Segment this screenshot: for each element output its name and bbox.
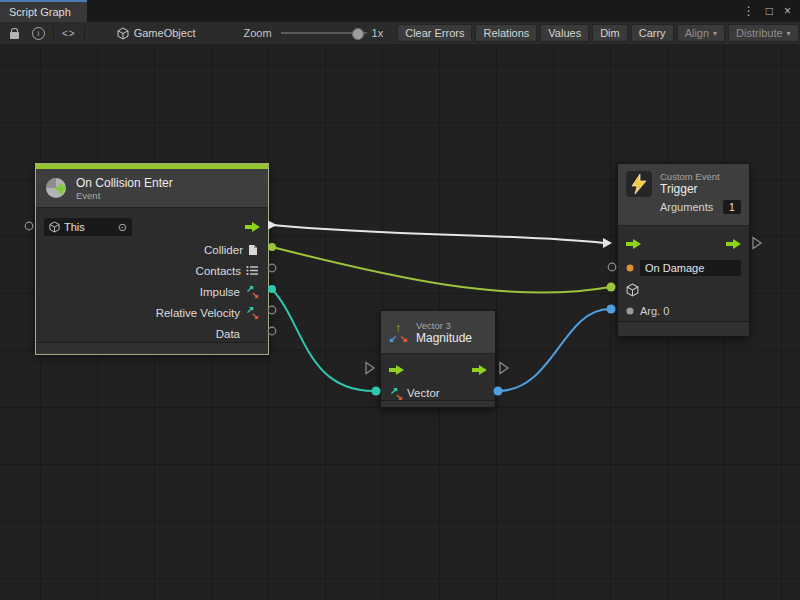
toolbar-buttons: Clear Errors Relations Values Dim Carry … bbox=[397, 24, 800, 42]
wire-magnitude-to-arg0[interactable] bbox=[498, 309, 610, 391]
target-field[interactable]: This ⊙ bbox=[44, 218, 132, 236]
data-output-port[interactable] bbox=[268, 327, 276, 335]
control-flow-row bbox=[618, 234, 749, 254]
node-body: On Damage Arg. 0 bbox=[618, 234, 749, 322]
target-value: This bbox=[64, 221, 85, 233]
zoom-label: Zoom bbox=[243, 27, 271, 39]
node-vector3-magnitude[interactable]: ↑ ↙ ↘ Vector 3 Magnitude ↗ ↘ bbox=[380, 310, 496, 408]
cube-icon bbox=[49, 221, 60, 233]
document-icon bbox=[248, 244, 258, 256]
vector3-icon: ↗ ↘ bbox=[245, 285, 258, 298]
lock-icon[interactable] bbox=[10, 32, 19, 39]
arg0-input-port[interactable] bbox=[607, 305, 616, 314]
node-body: ↗ ↘ Vector bbox=[381, 360, 495, 404]
wire-impulse-to-vector[interactable] bbox=[272, 289, 374, 391]
wire-control-flow[interactable] bbox=[272, 225, 604, 243]
node-subtitle: Event bbox=[76, 190, 173, 201]
unity-script-graph-window: Script Graph ⋮ □ × i <> GameObject Zoom … bbox=[0, 0, 800, 600]
node-title-block: Custom Event Trigger Arguments 1 bbox=[660, 171, 741, 214]
chevron-down-icon: ▾ bbox=[713, 29, 717, 38]
port-label: Impulse bbox=[200, 286, 240, 298]
distribute-label: Distribute bbox=[736, 27, 782, 39]
string-port-icon bbox=[626, 264, 634, 272]
gameobject-label: GameObject bbox=[134, 27, 196, 39]
port-row-impulse[interactable]: Impulse ↗ ↘ bbox=[36, 281, 268, 302]
node-title: Trigger bbox=[660, 182, 741, 196]
this-input-port[interactable] bbox=[25, 222, 33, 230]
maximize-icon[interactable]: □ bbox=[766, 4, 773, 18]
control-flow-row bbox=[381, 360, 495, 380]
impulse-output-port[interactable] bbox=[268, 285, 276, 293]
node-footer bbox=[36, 342, 268, 354]
info-icon[interactable]: i bbox=[32, 27, 45, 40]
chevron-down-icon: ▾ bbox=[787, 29, 791, 38]
node-header: ↑ ↙ ↘ Vector 3 Magnitude bbox=[381, 311, 495, 354]
relative-velocity-output-port[interactable] bbox=[268, 306, 276, 314]
port-label: Data bbox=[216, 328, 240, 340]
collider-output-port[interactable] bbox=[268, 243, 276, 251]
port-row-data[interactable]: Data bbox=[36, 323, 268, 344]
node-title-block: Vector 3 Magnitude bbox=[416, 320, 472, 345]
arguments-input[interactable]: 1 bbox=[723, 200, 741, 214]
node-category: Custom Event bbox=[660, 171, 741, 182]
vector3-icon: ↗ ↘ bbox=[245, 306, 258, 319]
control-output-icon[interactable] bbox=[726, 239, 741, 249]
target-row: This ⊙ bbox=[36, 215, 268, 239]
cube-icon bbox=[626, 283, 639, 297]
port-label: Relative Velocity bbox=[156, 307, 240, 319]
node-footer bbox=[618, 321, 749, 336]
graph-canvas[interactable]: On Collision Enter Event This ⊙ bbox=[0, 44, 800, 600]
on-collision-enter-icon bbox=[44, 176, 68, 200]
port-label: Arg. 0 bbox=[640, 305, 669, 317]
object-picker-icon[interactable]: ⊙ bbox=[118, 221, 127, 234]
contacts-output-port[interactable] bbox=[268, 264, 276, 272]
node-on-collision-enter[interactable]: On Collision Enter Event This ⊙ bbox=[35, 163, 269, 355]
vector3-icon: ↑ ↙ ↘ bbox=[389, 323, 408, 342]
control-input-port[interactable] bbox=[603, 238, 612, 248]
zoom-slider-handle[interactable] bbox=[352, 28, 364, 40]
port-row-arg0[interactable]: Arg. 0 bbox=[618, 300, 749, 322]
relations-button[interactable]: Relations bbox=[475, 24, 537, 42]
trigger-target-input-port[interactable] bbox=[607, 283, 616, 292]
carry-button[interactable]: Carry bbox=[631, 24, 674, 42]
trigger-control-output-port[interactable] bbox=[753, 238, 761, 249]
control-output-icon[interactable] bbox=[245, 222, 260, 232]
control-output-icon[interactable] bbox=[472, 365, 487, 375]
distribute-button[interactable]: Distribute ▾ bbox=[728, 24, 798, 42]
tab-script-graph[interactable]: Script Graph bbox=[0, 0, 87, 22]
dim-button[interactable]: Dim bbox=[592, 24, 628, 42]
port-label: Vector bbox=[407, 387, 440, 399]
magnitude-control-output-port[interactable] bbox=[500, 363, 508, 374]
control-input-icon[interactable] bbox=[626, 239, 641, 249]
magnitude-control-input-port[interactable] bbox=[366, 363, 374, 374]
port-row-relative-velocity[interactable]: Relative Velocity ↗ ↘ bbox=[36, 302, 268, 323]
wire-collider-to-target[interactable] bbox=[272, 247, 610, 293]
list-icon bbox=[246, 265, 258, 276]
control-input-icon[interactable] bbox=[389, 365, 404, 375]
zoom-value: 1x bbox=[372, 27, 384, 39]
gameobject-reference[interactable]: GameObject bbox=[117, 27, 196, 40]
align-button[interactable]: Align ▾ bbox=[677, 24, 725, 42]
port-row-contacts[interactable]: Contacts bbox=[36, 260, 268, 281]
event-name-input[interactable]: On Damage bbox=[640, 260, 741, 276]
node-trigger-custom-event[interactable]: Custom Event Trigger Arguments 1 bbox=[617, 163, 750, 337]
lightning-icon bbox=[626, 171, 652, 197]
align-label: Align bbox=[685, 27, 709, 39]
code-view-icon[interactable]: <> bbox=[62, 28, 76, 39]
close-icon[interactable]: × bbox=[784, 4, 791, 18]
zoom-slider[interactable] bbox=[281, 26, 367, 40]
control-output-port[interactable] bbox=[268, 221, 277, 230]
port-row-collider[interactable]: Collider bbox=[36, 239, 268, 260]
vector3-icon: ↗ ↘ bbox=[389, 387, 402, 400]
cube-icon bbox=[117, 27, 129, 40]
target-gameobject-row[interactable] bbox=[618, 279, 749, 300]
event-name-value: On Damage bbox=[645, 262, 704, 274]
values-button[interactable]: Values bbox=[540, 24, 589, 42]
menu-icon[interactable]: ⋮ bbox=[743, 4, 755, 18]
node-header: Custom Event Trigger Arguments 1 bbox=[618, 164, 749, 226]
port-label: Contacts bbox=[196, 265, 241, 277]
clear-errors-button[interactable]: Clear Errors bbox=[397, 24, 472, 42]
node-title: Magnitude bbox=[416, 331, 472, 345]
node-title: On Collision Enter bbox=[76, 176, 173, 190]
event-name-input-port[interactable] bbox=[608, 263, 616, 271]
